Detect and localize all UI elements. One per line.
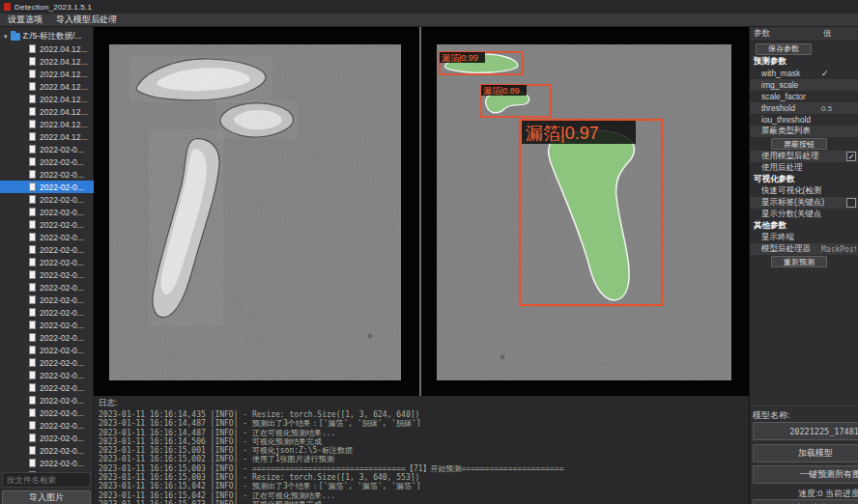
param-row[interactable]: 快速可视化(检测) [750, 185, 858, 197]
tree-item[interactable]: 2022.04.12... [0, 55, 94, 68]
log-line: 2023-01-11 16:16:14,487 |INFO| - 预测出了3个结… [99, 419, 749, 428]
param-row[interactable]: threshold0.5 [750, 102, 858, 114]
postprocess-params-button[interactable]: 后处理参数设置 [753, 499, 858, 504]
file-icon [29, 321, 36, 329]
tree-item[interactable]: 2022-02-0... [0, 268, 94, 281]
log-line: 2023-01-11 16:16:15,073 |INFO| - 可视化预测结果… [99, 500, 749, 504]
param-row[interactable]: iou_threshold [750, 114, 858, 126]
tree-item-label: 2022.04.12... [40, 70, 88, 79]
tree-item[interactable]: 2022-02-0... [0, 344, 94, 356]
menu-item[interactable]: 设置选项 [8, 14, 43, 26]
tree-item[interactable]: 2022-02-0... [0, 369, 94, 381]
file-icon [29, 383, 36, 392]
file-icon [29, 157, 36, 166]
params-header-param: 参数 [750, 28, 823, 40]
param-row[interactable]: 显示标签(关键点) [750, 197, 858, 209]
menu-item[interactable]: 导入模型后处理 [56, 14, 117, 26]
param-row[interactable]: 屏蔽类型列表 [750, 126, 858, 137]
file-icon [29, 258, 36, 266]
log-line: 2023-01-11 16:16:15,042 |INFO| - 正在可视化预测… [99, 491, 749, 500]
tree-item[interactable]: 2022-02-0... [0, 231, 94, 243]
param-checkbox[interactable]: ✓ [846, 152, 856, 161]
detection-label: 漏箔|0.89 [483, 86, 520, 96]
tree-root-item[interactable]: ▾ Z:/5-标注数据/... [0, 30, 94, 42]
tree-item[interactable]: 2022.04.12... [0, 105, 94, 118]
file-icon [29, 459, 36, 467]
param-label: with_mask [761, 69, 821, 78]
tree-item[interactable]: 2022-02-0... [0, 432, 94, 444]
search-input[interactable] [2, 472, 91, 488]
tree-item[interactable]: 2022-02-0... [0, 406, 94, 419]
log-line: 2023-01-11 16:16:15,001 |INFO| - 可视化json… [99, 446, 749, 455]
param-value: MaskPostPro [821, 245, 856, 254]
import-images-button[interactable]: 导入图片 [2, 490, 91, 504]
menu-bar: 设置选项导入模型后处理 [0, 14, 858, 27]
param-button[interactable]: 屏蔽按钮 [771, 138, 827, 150]
param-row[interactable]: 使用后处理 [750, 162, 858, 174]
log-line: 2023-01-11 16:16:15,002 |INFO| - 使用了1张图片… [99, 455, 749, 463]
tree-item[interactable]: 2022-02-0... [0, 306, 94, 319]
tree-item[interactable]: 2022.04.12... [0, 118, 94, 130]
param-label: 使用模型后处理 [761, 151, 846, 162]
param-label: 使用后处理 [761, 162, 821, 174]
file-tree-list[interactable]: ▾ Z:/5-标注数据/... 2022.04.12...2022.04.12.… [0, 27, 94, 472]
file-icon [29, 145, 36, 154]
viewer-splitter[interactable] [419, 27, 421, 396]
tree-item[interactable]: 2022-02-0... [0, 394, 94, 406]
param-button[interactable]: 重新预测 [771, 256, 827, 267]
tree-item[interactable]: 2022-02-0... [0, 256, 94, 268]
log-line: 2023-01-11 16:16:15,003 |INFO| - =======… [99, 464, 749, 473]
tree-item[interactable]: 2022-02-0... [0, 356, 94, 369]
params-header-value: 值 [823, 28, 858, 40]
tree-item[interactable]: 2022.04.12... [0, 93, 94, 105]
tree-item[interactable]: 2022.04.12... [0, 80, 94, 93]
load-model-button[interactable]: 加载模型 [753, 444, 858, 462]
tree-item[interactable]: 2022-02-0... [0, 243, 94, 256]
tree-item[interactable]: 2022.04.12... [0, 42, 94, 55]
tree-item[interactable]: 2022-02-0... [0, 419, 94, 432]
file-icon [29, 82, 36, 91]
tree-item[interactable]: 2022-02-0... [0, 319, 94, 331]
param-label: 显示标签(关键点) [761, 197, 846, 209]
tree-item[interactable]: 2022-02-0... [0, 181, 94, 193]
tree-item-label: 2022.04.12... [40, 120, 88, 129]
tree-item[interactable]: 2022-02-0... [0, 168, 94, 181]
image-speck [500, 355, 505, 360]
log-area[interactable]: 日志: 2023-01-11 16:16:14,435 |INFO| - Res… [94, 396, 749, 504]
tree-item-label: 2022-02-0... [40, 258, 84, 267]
param-checkbox[interactable] [846, 198, 856, 208]
tree-item[interactable]: 2022-02-0... [0, 218, 94, 231]
param-row[interactable]: 显示分数(关键点) [750, 209, 858, 220]
param-row[interactable]: 显示终端 [750, 232, 858, 243]
file-icon [29, 358, 36, 367]
file-icon [29, 371, 36, 379]
tree-item[interactable]: 2022-02-0... [0, 331, 94, 344]
tree-item-label: 2022-02-0... [40, 295, 84, 305]
file-icon [29, 95, 36, 103]
tree-item[interactable]: 2022-02-0... [0, 281, 94, 294]
param-row[interactable]: 模型后处理器MaskPostPro [750, 243, 858, 255]
params-panel: 参数 值 保存参数 预测参数with_mask✓img_scalescale_f… [749, 27, 858, 504]
tree-item[interactable]: 2022-02-0... [0, 457, 94, 469]
predict-all-button[interactable]: 一键预测所有图片 [753, 465, 858, 484]
save-params-button[interactable]: 保存参数 [756, 43, 812, 55]
tree-item[interactable]: 2022-02-0... [0, 143, 94, 155]
param-row[interactable]: scale_factor [750, 91, 858, 102]
param-row[interactable]: img_scale [750, 79, 858, 91]
caret-down-icon[interactable]: ▾ [4, 33, 8, 41]
param-row[interactable]: 使用模型后处理✓ [750, 151, 858, 162]
file-icon [29, 57, 36, 66]
tree-item[interactable]: 2022-02-0... [0, 444, 94, 457]
param-row[interactable]: with_mask✓ [750, 68, 858, 79]
params-rows: 预测参数with_mask✓img_scalescale_factorthres… [750, 56, 858, 268]
original-image-canvas[interactable] [109, 44, 401, 380]
tree-item[interactable]: 2022-02-0... [0, 294, 94, 306]
tree-item[interactable]: 2022-02-0... [0, 206, 94, 218]
prediction-image-canvas[interactable]: 漏箔|0.99 漏箔|0.89 漏箔|0.97 [437, 44, 731, 380]
tree-item[interactable]: 2022-02-0... [0, 155, 94, 168]
tree-item[interactable]: 2022.04.12... [0, 130, 94, 143]
model-name-button[interactable]: 20221225_174813 [753, 422, 858, 440]
tree-item[interactable]: 2022-02-0... [0, 193, 94, 206]
tree-item[interactable]: 2022.04.12... [0, 68, 94, 80]
tree-item[interactable]: 2022-02-0... [0, 381, 94, 394]
